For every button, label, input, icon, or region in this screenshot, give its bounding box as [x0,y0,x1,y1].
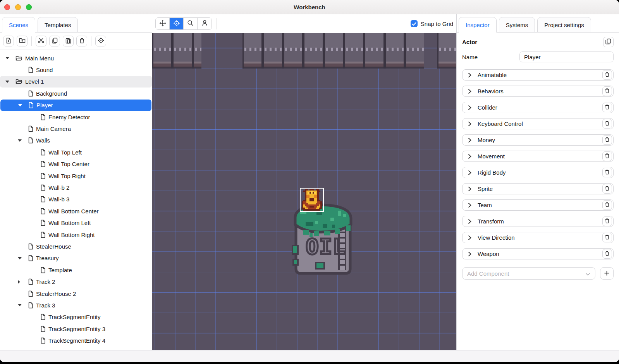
tab-inspector[interactable]: Inspector [459,17,497,33]
component-row-behaviors[interactable]: Behaviors [462,86,614,97]
tree-item-tracksegmententity[interactable]: TrackSegmentEntity [0,311,152,323]
chevron-right-icon [468,186,471,192]
tree-item-treasury[interactable]: Treasury [0,252,152,264]
actor-tool-button[interactable] [198,18,211,29]
new-folder-button[interactable] [17,36,28,46]
tree-item-level-1[interactable]: Level 1 [0,76,152,88]
scene-canvas[interactable]: OIL [152,33,456,350]
tree-item-wall-top-center[interactable]: Wall Top Center [0,158,152,170]
file-icon [40,232,46,238]
caret-down-icon[interactable] [15,304,28,306]
tree-item-tracksegmententity-4[interactable]: TrackSegmentEntity 4 [0,335,152,346]
tree-item-stealerhouse[interactable]: StealerHouse [0,240,152,252]
new-file-button[interactable] [3,36,14,46]
duplicate-actor-button[interactable] [603,37,614,47]
wall-tile [172,33,193,69]
component-row-rigid-body[interactable]: Rigid Body [462,167,614,178]
tree-item-wall-top-left[interactable]: Wall Top Left [0,146,152,158]
tree-item-track-2[interactable]: Track 2 [0,276,152,287]
tree-item-tracksegmententity-3[interactable]: TrackSegmentEntity 3 [0,323,152,335]
trash-icon [605,251,610,257]
component-row-transform[interactable]: Transform [462,216,614,227]
chevron-right-icon [468,251,471,257]
wall-tile [437,33,456,69]
tree-item-main-menu[interactable]: Main Menu [0,52,152,64]
tree-item-background[interactable]: Background [0,88,152,99]
remove-component-button[interactable] [602,86,612,96]
close-window-button[interactable] [4,4,10,10]
caret-right-icon[interactable] [15,280,28,284]
add-component-select[interactable]: Add Component [462,267,595,280]
remove-component-button[interactable] [602,70,612,80]
remove-component-button[interactable] [602,135,612,145]
file-icon [28,90,33,97]
wall-tile [152,33,172,69]
file-icon [40,337,46,344]
tree-item-wall-bottom-center[interactable]: Wall Bottom Center [0,205,152,217]
tree-item-wall-bottom-right[interactable]: Wall Bottom Right [0,229,152,240]
tree-item-track-3[interactable]: Track 3 [0,299,152,311]
add-component-button[interactable] [600,267,614,280]
tree-item-wall-top-right[interactable]: Wall Top Right [0,170,152,182]
caret-down-icon[interactable] [3,57,15,59]
remove-component-button[interactable] [602,249,612,259]
tree-item-label: Level 1 [25,78,44,85]
component-row-team[interactable]: Team [462,199,614,211]
cut-button[interactable] [36,36,46,46]
remove-component-button[interactable] [602,200,612,210]
component-list: AnimatableBehaviorsColliderKeyboard Cont… [462,69,614,259]
component-row-view-direction[interactable]: View Direction [462,232,614,243]
tree-item-sound[interactable]: Sound [0,64,152,76]
tab-scenes[interactable]: Scenes [2,17,35,33]
remove-component-button[interactable] [602,103,612,112]
tree-item-label: Wall Top Center [48,161,89,167]
tree-item-enemy-detector[interactable]: Enemy Detector [0,111,152,123]
maximize-window-button[interactable] [26,4,32,10]
component-row-collider[interactable]: Collider [462,102,614,113]
copy-button[interactable] [49,36,60,46]
remove-component-button[interactable] [602,168,612,177]
minimize-window-button[interactable] [15,4,21,10]
delete-button[interactable] [76,36,87,46]
tree-item-wall-b-3[interactable]: Wall-b 3 [0,194,152,205]
tree-item-walls[interactable]: Walls [0,135,152,146]
target-tool-button[interactable] [170,18,184,29]
tree-item-player[interactable]: Player [0,100,151,111]
tree-item-stealerhouse-2[interactable]: StealerHouse 2 [0,288,152,299]
chevron-right-icon [468,89,471,94]
name-input[interactable] [519,52,614,62]
caret-down-icon[interactable] [3,81,15,83]
tree-item-label: Track 2 [36,278,55,285]
tree-item-template[interactable]: Template [0,264,152,276]
component-row-weapon[interactable]: Weapon [462,248,614,259]
component-row-money[interactable]: Money [462,134,614,146]
caret-down-icon[interactable] [16,104,28,106]
component-row-sprite[interactable]: Sprite [462,183,614,194]
remove-component-button[interactable] [602,119,612,129]
trash-icon [605,185,610,192]
caret-down-icon[interactable] [15,257,28,259]
tab-project-settings[interactable]: Project settings [537,17,591,33]
player-selection-box[interactable] [300,188,324,212]
tab-templates[interactable]: Templates [38,17,78,33]
component-row-movement[interactable]: Movement [462,151,614,162]
remove-component-button[interactable] [602,151,612,161]
zoom-tool-button[interactable] [184,18,198,29]
component-row-animatable[interactable]: Animatable [462,69,614,81]
tree-item-label: Wall-b 2 [48,184,69,191]
component-row-keyboard-control[interactable]: Keyboard Control [462,118,614,129]
caret-down-icon[interactable] [15,139,28,142]
remove-component-button[interactable] [602,184,612,194]
remove-component-button[interactable] [602,216,612,226]
paste-button[interactable] [63,36,74,46]
component-label: Rigid Body [478,169,602,176]
remove-component-button[interactable] [602,233,612,242]
tree-item-wall-b-2[interactable]: Wall-b 2 [0,182,152,193]
snap-to-grid-checkbox[interactable] [411,20,418,27]
tab-systems[interactable]: Systems [499,17,535,33]
tree-item-wall-bottom-left[interactable]: Wall Bottom Left [0,217,152,228]
trash-icon [605,120,610,127]
move-tool-button[interactable] [156,18,170,29]
focus-target-button[interactable] [95,36,106,46]
tree-item-main-camera[interactable]: Main Camera [0,123,152,134]
